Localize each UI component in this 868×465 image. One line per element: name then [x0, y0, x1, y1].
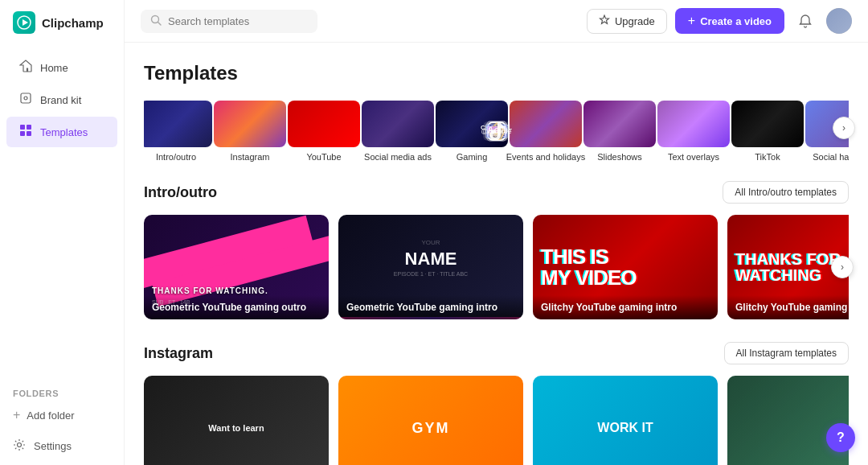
sidebar-item-templates[interactable]: Templates — [6, 117, 117, 147]
folders-label: FOLDERS — [0, 381, 124, 401]
svg-rect-6 — [20, 131, 25, 136]
instagram-cards-wrapper: Want to learn GYM — [144, 376, 849, 465]
category-next-button[interactable]: › — [833, 117, 855, 139]
help-button[interactable]: ? — [826, 423, 855, 452]
svg-rect-5 — [27, 125, 31, 130]
card-thumb-insta-4 — [727, 376, 849, 465]
home-icon — [19, 60, 32, 76]
svg-rect-7 — [27, 131, 31, 136]
all-intro-button[interactable]: All Intro/outro templates — [723, 181, 849, 204]
user-avatar[interactable] — [826, 8, 852, 34]
card-label-geo-outro: Geometric YouTube gaming outro — [144, 295, 329, 319]
add-folder-label: Add folder — [27, 409, 74, 422]
template-card-insta-4[interactable] — [727, 376, 849, 465]
settings-label: Settings — [34, 440, 72, 452]
intro-cards-next-button[interactable]: › — [831, 256, 854, 278]
section-intro-outro: Intro/outro All Intro/outro templates TH… — [144, 181, 849, 319]
card-thumb-insta-1: Want to learn — [144, 376, 329, 465]
add-folder-button[interactable]: + Add folder — [0, 401, 124, 429]
template-card-insta-1[interactable]: Want to learn — [144, 376, 329, 465]
templates-icon — [19, 124, 32, 140]
svg-rect-4 — [20, 125, 25, 130]
template-card-geo-intro[interactable]: YOUR NAME EPISODE 1 · ET · TITLE ABC Geo… — [338, 215, 523, 319]
upgrade-button[interactable]: Upgrade — [587, 9, 667, 34]
sidebar: Clipchamp Home Brand kit Templates FOLDE… — [0, 0, 125, 465]
upgrade-icon — [599, 14, 610, 28]
settings-icon — [13, 438, 26, 454]
card-thumb-geo-outro: THANKS FOR WATCHING. SUB · ET · 14B Geom… — [144, 215, 329, 319]
section-title-instagram: Instagram — [144, 345, 213, 362]
intro-cards-row: THANKS FOR WATCHING. SUB · ET · 14B Geom… — [144, 215, 849, 319]
home-label: Home — [40, 62, 68, 74]
svg-line-10 — [158, 22, 162, 25]
instagram-cards-row: Want to learn GYM — [144, 376, 849, 465]
card-thumb-insta-2: GYM — [338, 376, 523, 465]
all-instagram-button[interactable]: All Instagram templates — [724, 342, 849, 364]
brand-kit-icon — [19, 92, 32, 108]
templates-label: Templates — [40, 126, 88, 138]
notifications-button[interactable] — [792, 8, 818, 34]
settings-button[interactable]: Settings — [0, 429, 124, 465]
template-card-geo-outro[interactable]: THANKS FOR WATCHING. SUB · ET · 14B Geom… — [144, 215, 329, 319]
category-row: CHANNELNAME Intro/outro Instagram — [144, 101, 849, 162]
card-thumb-insta-3: WORK IT — [533, 376, 718, 465]
sidebar-item-home[interactable]: Home — [6, 52, 117, 83]
template-card-insta-3[interactable]: WORK IT — [533, 376, 718, 465]
app-name: Clipchamp — [42, 16, 104, 30]
svg-point-8 — [18, 443, 22, 447]
card-label-glitch-outro: Glitchy YouTube gaming outro — [727, 295, 849, 319]
card-label-glitch-intro: Glitchy YouTube gaming intro — [533, 295, 718, 319]
avatar-image — [826, 8, 852, 34]
search-icon — [150, 14, 162, 28]
header: Upgrade + Create a video — [125, 0, 868, 43]
section-instagram: Instagram All Instagram templates Want t… — [144, 342, 849, 465]
search-input[interactable] — [168, 15, 297, 27]
card-thumb-geo-intro: YOUR NAME EPISODE 1 · ET · TITLE ABC Geo… — [338, 215, 523, 319]
app-logo[interactable]: Clipchamp — [0, 0, 124, 45]
template-card-insta-2[interactable]: GYM — [338, 376, 523, 465]
header-right: Upgrade + Create a video — [587, 8, 852, 34]
main-area: Upgrade + Create a video Templates — [125, 0, 868, 465]
page-title: Templates — [144, 62, 849, 84]
section-header-intro: Intro/outro All Intro/outro templates — [144, 181, 849, 204]
create-plus-icon: + — [688, 14, 695, 28]
help-icon: ? — [837, 430, 845, 445]
create-video-button[interactable]: + Create a video — [675, 8, 784, 34]
card-label-geo-intro: Geometric YouTube gaming intro — [338, 295, 523, 319]
brand-kit-label: Brand kit — [40, 94, 81, 106]
section-title-intro: Intro/outro — [144, 184, 217, 201]
search-bar[interactable] — [141, 10, 317, 33]
upgrade-label: Upgrade — [615, 15, 655, 27]
sidebar-item-brand-kit[interactable]: Brand kit — [6, 84, 117, 115]
svg-rect-2 — [21, 93, 31, 103]
content-area: Templates CHANNELNAME Intro/outro — [125, 43, 868, 465]
sidebar-nav: Home Brand kit Templates — [0, 45, 124, 381]
logo-icon — [13, 11, 35, 34]
create-label: Create a video — [700, 15, 772, 27]
category-row-wrapper: CHANNELNAME Intro/outro Instagram — [144, 101, 849, 162]
card-thumb-glitch-intro: THIS ISMY VIDEO Glitchy YouTube gaming i… — [533, 215, 718, 319]
add-folder-icon: + — [13, 408, 20, 422]
section-header-instagram: Instagram All Instagram templates — [144, 342, 849, 364]
svg-marker-1 — [23, 19, 28, 26]
intro-cards-wrapper: THANKS FOR WATCHING. SUB · ET · 14B Geom… — [144, 215, 849, 319]
template-card-glitch-intro[interactable]: THIS ISMY VIDEO Glitchy YouTube gaming i… — [533, 215, 718, 319]
svg-point-3 — [24, 97, 27, 100]
